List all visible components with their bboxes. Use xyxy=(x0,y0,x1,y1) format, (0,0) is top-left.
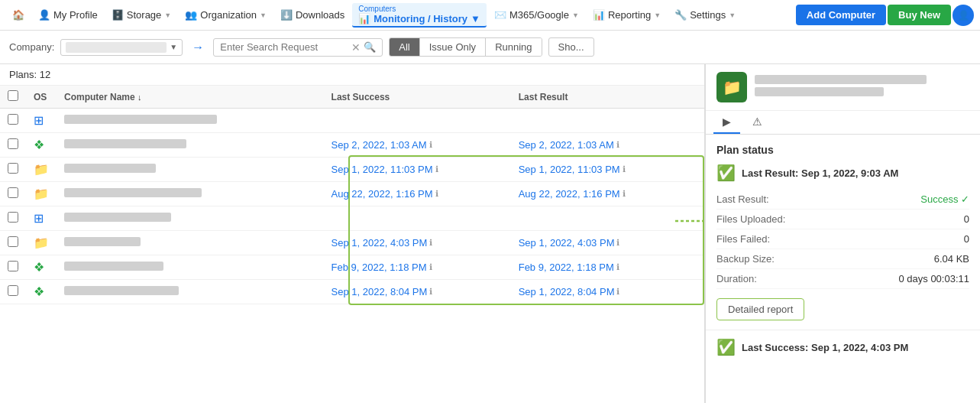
detail-value[interactable]: Success ✓ xyxy=(920,193,969,205)
info-icon[interactable]: ℹ xyxy=(429,262,432,272)
plans-count: Plans: 12 xyxy=(0,64,704,86)
search-submit-icon[interactable]: 🔍 xyxy=(364,41,376,53)
row-name-cell xyxy=(57,280,293,304)
last-result-date[interactable]: Sep 1, 2022, 11:03 PM ℹ xyxy=(519,164,675,175)
nav-storage[interactable]: 🗄️ Storage ▼ xyxy=(105,6,177,24)
detailed-report-button[interactable]: Detailed report xyxy=(716,298,804,320)
row-last-success-cell: Sep 1, 2022, 4:03 PM ℹ xyxy=(324,231,496,255)
nav-settings[interactable]: 🔧 Settings ▼ xyxy=(668,6,742,24)
last-success-date[interactable]: Sep 1, 2022, 8:04 PM ℹ xyxy=(332,286,488,297)
last-result-date[interactable]: Aug 22, 2022, 1:16 PM ℹ xyxy=(519,188,675,200)
detail-row: Files Failed: 0 xyxy=(716,229,969,249)
row-last-result-cell: Sep 1, 2022, 8:04 PM ℹ xyxy=(511,280,683,304)
info-icon[interactable]: ℹ xyxy=(616,140,619,150)
nav-reporting[interactable]: 📊 Reporting ▼ xyxy=(587,6,667,24)
info-icon[interactable]: ℹ xyxy=(429,140,432,150)
nav-computers[interactable]: Computers 📊 Monitoring / History ▼ xyxy=(352,3,487,28)
last-success-date[interactable]: Feb 9, 2022, 1:18 PM ℹ xyxy=(332,262,488,273)
last-success-date[interactable]: Sep 1, 2022, 4:03 PM ℹ xyxy=(332,237,488,249)
row-checkbox[interactable] xyxy=(8,285,18,296)
tab-play[interactable]: ▶ xyxy=(713,111,740,134)
company-dropdown-icon: ▼ xyxy=(170,43,177,51)
info-icon[interactable]: ℹ xyxy=(429,238,432,248)
info-icon[interactable]: ℹ xyxy=(616,287,619,297)
navigate-arrow[interactable]: → xyxy=(189,41,207,54)
computers-sub-label: Computers xyxy=(358,5,396,13)
info-icon[interactable]: ℹ xyxy=(435,189,438,199)
filter-all-button[interactable]: All xyxy=(390,38,419,56)
computers-caret: ▼ xyxy=(471,13,480,24)
row-os-cell: ⊞ xyxy=(26,109,57,133)
row-checkbox[interactable] xyxy=(8,114,18,125)
row-checkbox[interactable] xyxy=(8,212,18,223)
row-last-success-cell: Feb 9, 2022, 1:18 PM ℹ xyxy=(324,255,496,280)
th-computer-name[interactable]: Computer Name ↓ xyxy=(57,86,293,109)
detail-label: Last Result: xyxy=(716,193,769,205)
row-checkbox[interactable] xyxy=(8,236,18,247)
select-all-checkbox[interactable] xyxy=(8,90,18,101)
panel-header: 📁 xyxy=(706,64,980,111)
last-result-date[interactable]: Feb 9, 2022, 1:18 PM ℹ xyxy=(519,262,675,273)
add-computer-button[interactable]: Add Computer xyxy=(796,5,886,25)
last-success-date[interactable]: Sep 1, 2022, 11:03 PM ℹ xyxy=(332,164,488,175)
row-os-cell: 📁 xyxy=(26,231,57,255)
row-os-cell: ❖ xyxy=(26,255,57,280)
filter-issue-only-button[interactable]: Issue Only xyxy=(420,38,486,56)
success-check-icon: ✅ xyxy=(716,164,736,182)
tab-warning[interactable]: ⚠ xyxy=(743,111,771,134)
row-checkbox[interactable] xyxy=(8,261,18,271)
nav-profile[interactable]: 👤 My Profile xyxy=(32,6,104,24)
search-box: ✕ 🔍 xyxy=(213,38,383,57)
nav-m365[interactable]: ✉️ M365/Google ▼ xyxy=(488,6,585,24)
os-icon: 📁 xyxy=(34,187,49,200)
row-checkbox[interactable] xyxy=(8,187,18,198)
row-last-success-cell: Sep 1, 2022, 8:04 PM ℹ xyxy=(324,280,496,304)
search-input[interactable] xyxy=(220,41,348,53)
computer-name-blurred xyxy=(64,188,202,197)
info-icon[interactable]: ℹ xyxy=(435,164,438,174)
show-columns-button[interactable]: Sho... xyxy=(548,37,594,57)
search-clear-icon[interactable]: ✕ xyxy=(351,41,361,54)
buy-new-button[interactable]: Buy New xyxy=(888,5,951,25)
info-icon[interactable]: ℹ xyxy=(616,262,619,272)
last-result-date[interactable]: Sep 1, 2022, 4:03 PM ℹ xyxy=(519,237,675,249)
row-name-cell xyxy=(57,231,293,255)
detail-row: Duration: 0 days 00:03:11 xyxy=(716,269,969,289)
row-name-cell xyxy=(57,133,293,158)
table-body: ⊞ ❖ Sep 2, 2022, 1:03 AM ℹ Sep 2, 2022, … xyxy=(0,109,704,304)
panel-title-line2 xyxy=(755,87,884,96)
th-spacer2 xyxy=(496,86,511,109)
company-select[interactable]: ▼ xyxy=(60,39,183,56)
last-success-date[interactable]: Aug 22, 2022, 1:16 PM ℹ xyxy=(332,188,488,200)
filter-running-button[interactable]: Running xyxy=(486,38,541,56)
last-result-date[interactable]: Sep 2, 2022, 1:03 AM ℹ xyxy=(519,139,675,151)
user-avatar-button[interactable]: 👤 xyxy=(953,5,974,26)
row-end-cell xyxy=(683,182,704,206)
th-last-result: Last Result xyxy=(511,86,683,109)
nav-downloads[interactable]: ⬇️ Downloads xyxy=(274,6,351,24)
storage-icon: 🗄️ xyxy=(112,9,124,21)
info-icon[interactable]: ℹ xyxy=(623,189,626,199)
row-checkbox[interactable] xyxy=(8,163,18,174)
company-select-value xyxy=(66,42,167,53)
os-icon: ❖ xyxy=(34,285,44,298)
row-spacer-cell xyxy=(293,158,324,182)
row-spacer-cell xyxy=(293,109,324,133)
row-checkbox-cell xyxy=(0,109,26,133)
row-last-success-cell: Sep 2, 2022, 1:03 AM ℹ xyxy=(324,133,496,158)
toolbar: Company: ▼ → ✕ 🔍 All Issue Only Running … xyxy=(0,31,980,64)
info-icon[interactable]: ℹ xyxy=(429,287,432,297)
os-icon: 📁 xyxy=(34,236,49,249)
row-spacer2-cell xyxy=(496,206,511,231)
nav-home[interactable]: 🏠 xyxy=(6,6,31,24)
last-result-date[interactable]: Sep 1, 2022, 8:04 PM ℹ xyxy=(519,286,675,297)
nav-organization[interactable]: 👥 Organization ▼ xyxy=(179,6,273,24)
row-checkbox[interactable] xyxy=(8,138,18,149)
info-icon[interactable]: ℹ xyxy=(616,238,619,248)
computer-name-blurred xyxy=(64,115,217,124)
detail-value: 6.04 KB xyxy=(934,253,969,265)
row-checkbox-cell xyxy=(0,280,26,304)
row-last-result-cell: Sep 1, 2022, 4:03 PM ℹ xyxy=(511,231,683,255)
last-success-date[interactable]: Sep 2, 2022, 1:03 AM ℹ xyxy=(332,139,488,151)
info-icon[interactable]: ℹ xyxy=(623,164,626,174)
